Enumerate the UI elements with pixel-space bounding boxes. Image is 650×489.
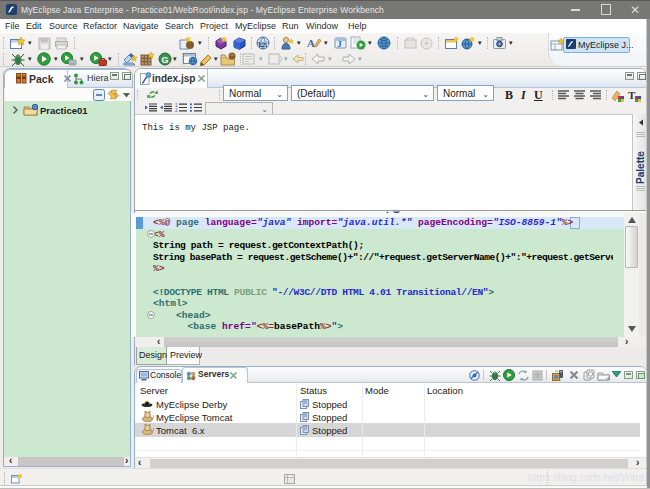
svg-text:A: A bbox=[307, 37, 315, 49]
svg-text:T: T bbox=[628, 89, 636, 101]
svg-text:J: J bbox=[338, 40, 342, 49]
svg-text:SQL: SQL bbox=[260, 42, 270, 47]
svg-text:2: 2 bbox=[175, 108, 178, 112]
svg-text:G: G bbox=[162, 55, 169, 65]
